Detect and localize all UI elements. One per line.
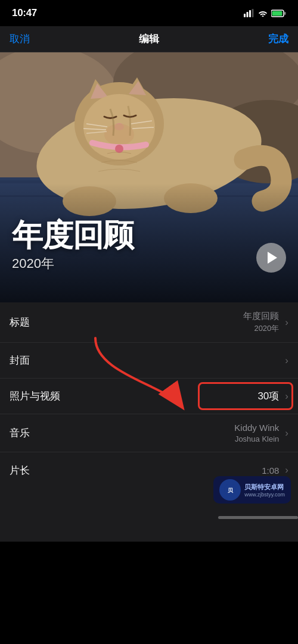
row-value-music-main: Kiddy Wink bbox=[234, 423, 279, 433]
row-value-music-stack: Kiddy Wink Joshua Klein bbox=[234, 423, 279, 443]
wifi-icon bbox=[258, 10, 268, 17]
chevron-icon-music: › bbox=[285, 427, 288, 439]
watermark-logo: 贝 bbox=[219, 479, 241, 501]
row-value-duration-main: 1:08 bbox=[262, 465, 279, 476]
row-value-title: 年度回顾 2020年 › bbox=[243, 311, 288, 334]
row-value-title-sub: 2020年 bbox=[243, 323, 279, 334]
settings-row-photos[interactable]: 照片与视频 30项 › bbox=[0, 379, 298, 414]
nav-title: 编辑 bbox=[139, 32, 159, 46]
svg-point-28 bbox=[115, 145, 123, 153]
watermark-site: 贝斯特安卓网 bbox=[244, 483, 285, 492]
settings-row-title[interactable]: 标题 年度回顾 2020年 › bbox=[0, 302, 298, 343]
watermark-text-block: 贝斯特安卓网 www.zjbstyy.com bbox=[244, 483, 285, 498]
hero-image-area: 年度回顾 2020年 bbox=[0, 52, 298, 302]
chevron-icon-title: › bbox=[285, 317, 288, 329]
row-value-cover: › bbox=[283, 355, 288, 367]
svg-rect-0 bbox=[244, 14, 246, 17]
svg-rect-3 bbox=[252, 9, 254, 17]
row-label-cover: 封面 bbox=[10, 354, 30, 367]
settings-row-music[interactable]: 音乐 Kiddy Wink Joshua Klein › bbox=[0, 414, 298, 452]
chevron-icon-photos: › bbox=[285, 390, 288, 402]
row-value-music-sub: Joshua Klein bbox=[234, 434, 279, 443]
chevron-icon-duration: › bbox=[285, 464, 288, 476]
nav-done-button[interactable]: 完成 bbox=[268, 32, 288, 46]
svg-rect-5 bbox=[284, 12, 286, 15]
svg-text:贝: 贝 bbox=[227, 487, 234, 493]
status-time: 10:47 bbox=[12, 7, 37, 19]
row-value-music: Kiddy Wink Joshua Klein › bbox=[234, 423, 288, 443]
svg-rect-1 bbox=[247, 12, 249, 17]
status-bar: 10:47 bbox=[0, 0, 298, 26]
row-value-title-stack: 年度回顾 2020年 bbox=[243, 311, 279, 334]
settings-list: 标题 年度回顾 2020年 › 封面 › 照片与视频 30项 › bbox=[0, 302, 298, 488]
nav-cancel-button[interactable]: 取消 bbox=[10, 32, 30, 46]
row-label-music: 音乐 bbox=[10, 426, 30, 440]
play-button[interactable] bbox=[256, 243, 286, 273]
row-label-title: 标题 bbox=[10, 315, 30, 329]
row-value-photos-main: 30项 bbox=[257, 389, 279, 403]
watermark-logo-icon: 贝 bbox=[223, 483, 237, 497]
home-indicator bbox=[218, 516, 298, 519]
battery-icon bbox=[271, 10, 286, 17]
row-label-duration: 片长 bbox=[10, 464, 30, 477]
row-value-title-main: 年度回顾 bbox=[243, 311, 279, 321]
watermark-url: www.zjbstyy.com bbox=[244, 492, 285, 498]
watermark: 贝 贝斯特安卓网 www.zjbstyy.com bbox=[213, 476, 291, 504]
hero-main-title: 年度回顾 bbox=[12, 218, 134, 252]
svg-rect-6 bbox=[272, 11, 283, 15]
settings-annotation-container: 标题 年度回顾 2020年 › 封面 › 照片与视频 30项 › bbox=[0, 302, 298, 488]
settings-row-cover[interactable]: 封面 › bbox=[0, 343, 298, 379]
row-label-photos: 照片与视频 bbox=[10, 389, 60, 403]
chevron-icon-cover: › bbox=[285, 355, 288, 367]
nav-bar: 取消 编辑 完成 bbox=[0, 26, 298, 52]
signal-icon bbox=[244, 9, 254, 17]
row-value-duration: 1:08 › bbox=[262, 464, 288, 476]
hero-subtitle: 2020年 bbox=[12, 255, 134, 273]
play-icon bbox=[268, 252, 277, 264]
hero-text-container: 年度回顾 2020年 bbox=[12, 218, 134, 273]
row-value-photos: 30项 › bbox=[257, 389, 288, 403]
svg-rect-2 bbox=[249, 10, 251, 17]
status-icons bbox=[244, 9, 286, 17]
